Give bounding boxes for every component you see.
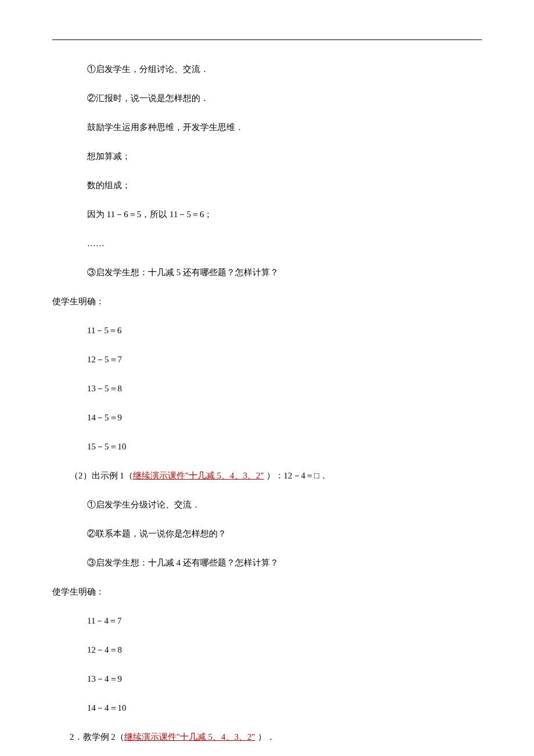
paragraph: （2）出示例 1（继续演示课件"十几减 5、4、3、2" ）：12－4＝□． bbox=[52, 469, 482, 483]
equation: 12－4＝8 bbox=[52, 643, 482, 657]
paragraph: 2．教学例 2（继续演示课件"十几减 5、4、3、2" ）． bbox=[52, 730, 482, 744]
paragraph: ②汇报时，说一说是怎样想的． bbox=[52, 91, 482, 105]
equation: 14－5＝9 bbox=[52, 411, 482, 424]
text-run: ）：12－4＝□． bbox=[264, 471, 328, 480]
courseware-link[interactable]: 继续演示课件"十几减 5、4、3、2" bbox=[133, 471, 264, 480]
equation: 11－5＝6 bbox=[52, 323, 482, 337]
equation: 11－4＝7 bbox=[52, 614, 482, 628]
paragraph: 使学生明确： bbox=[52, 585, 482, 599]
paragraph: …… bbox=[52, 236, 482, 250]
equation: 13－5＝8 bbox=[52, 381, 482, 395]
paragraph: ③启发学生想：十几减 4 还有哪些题？怎样计算？ bbox=[52, 556, 482, 570]
paragraph: ①启发学生分级讨论、交流． bbox=[52, 498, 482, 512]
equation: 13－4＝9 bbox=[52, 672, 482, 686]
equation: 15－5＝10 bbox=[52, 440, 482, 453]
paragraph: ②联系本题，说一说你是怎样想的？ bbox=[52, 527, 482, 541]
paragraph: 数的组成； bbox=[52, 178, 482, 192]
paragraph: 因为 11－6＝5，所以 11－5＝6； bbox=[52, 207, 482, 221]
courseware-link[interactable]: 继续演示课件"十几减 5、4、3、2" bbox=[124, 732, 255, 741]
header-divider bbox=[52, 39, 482, 40]
text-run: （2）出示例 1（ bbox=[70, 471, 133, 480]
paragraph: 想加算减； bbox=[52, 149, 482, 163]
text-run: ）． bbox=[255, 732, 275, 741]
paragraph: 使学生明确： bbox=[52, 294, 482, 308]
paragraph: ①启发学生，分组讨论、交流． bbox=[52, 62, 482, 76]
equation: 12－5＝7 bbox=[52, 352, 482, 366]
document-page: ①启发学生，分组讨论、交流． ②汇报时，说一说是怎样想的． 鼓励学生运用多种思维… bbox=[0, 0, 534, 756]
text-run: 2．教学例 2（ bbox=[70, 732, 124, 741]
paragraph: 鼓励学生运用多种思维，开发学生思维． bbox=[52, 120, 482, 134]
paragraph: ③启发学生想：十几减 5 还有哪些题？怎样计算？ bbox=[52, 265, 482, 279]
equation: 14－4＝10 bbox=[52, 701, 482, 715]
